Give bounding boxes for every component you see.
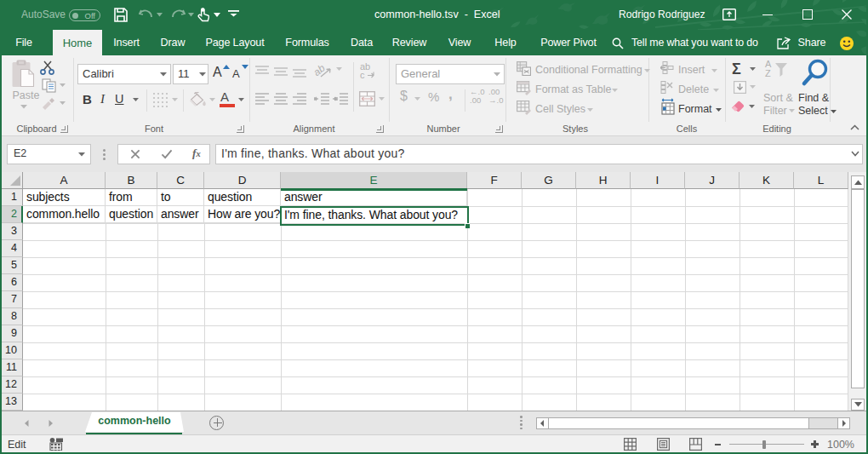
svg-text:ab: ab (314, 62, 328, 78)
svg-text:c: c (360, 70, 365, 79)
